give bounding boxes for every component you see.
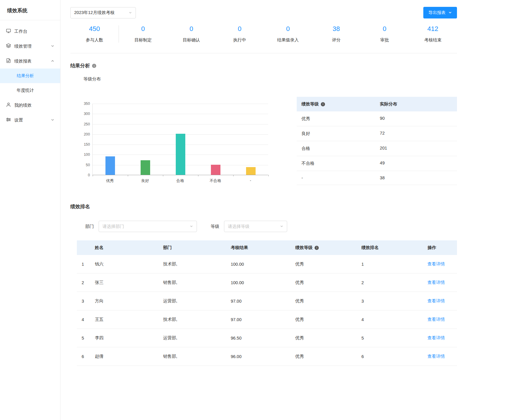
employee-name: 钱六 (95, 255, 163, 273)
department-filter-label: 部门 (85, 224, 94, 229)
sidebar-item-workbench[interactable]: 工作台 (0, 24, 60, 39)
assessment-score: 100.00 (231, 273, 295, 292)
ranking-row: 1 钱六 技术部, 100.00 优秀 1 查看详情 (77, 255, 457, 273)
y-tick-label: 0 (78, 173, 90, 177)
y-tick-label: 50 (78, 163, 90, 167)
header-score: 考核结果 (231, 240, 295, 255)
export-report-button[interactable]: 导出报表 (423, 7, 457, 18)
chart-bar-1 (105, 156, 115, 175)
app-title: 绩效系统 (0, 0, 60, 20)
performance-grade: 优秀 (295, 347, 361, 366)
employee-name: 张三 (95, 273, 163, 292)
stat-value: 38 (312, 25, 360, 33)
department-filter-select[interactable]: 请选择部门 (99, 221, 197, 232)
grade-distribution-chart: 050100150200250300350优秀良好合格不合格- (78, 101, 276, 185)
view-details-link[interactable]: 查看详情 (427, 262, 445, 266)
sidebar-item-settings[interactable]: 设置 (0, 113, 60, 127)
grade-label: 不合格 (301, 161, 380, 166)
distribution-row: - 38 (297, 171, 457, 185)
ranking-row: 4 王五 技术部, 97.00 优秀 4 查看详情 (77, 310, 457, 329)
chart-bar-5 (246, 167, 256, 175)
info-icon[interactable]: i (321, 102, 325, 106)
chevron-down-icon (190, 224, 193, 229)
grade-label: 优秀 (301, 116, 380, 122)
gridline (93, 124, 268, 125)
sidebar-item-my-performance[interactable]: 我的绩效 (0, 98, 60, 113)
chevron-down-icon (448, 10, 452, 15)
distribution-row: 优秀 90 (297, 111, 457, 126)
sidebar-subitem-annual-statistics[interactable]: 年度统计 (0, 83, 60, 98)
stat-value: 450 (70, 25, 119, 33)
topbar: 2023年12月绩效考核 导出报表 (70, 0, 457, 18)
performance-rank: 4 (361, 310, 427, 329)
row-index: 6 (77, 347, 95, 366)
ranking-row: 5 李四 运营部, 96.50 优秀 5 查看详情 (77, 329, 457, 347)
ranking-table: 姓名 部门 考核结果 绩效等级 i 绩效排名 操作 1 (77, 240, 457, 366)
assessment-score: 97.00 (231, 292, 295, 310)
performance-grade: 优秀 (295, 329, 361, 347)
chevron-down-icon (280, 224, 283, 229)
employee-department: 运营部, (163, 292, 231, 310)
chevron-down-icon (129, 10, 132, 15)
ranking-table-body: 1 钱六 技术部, 100.00 优秀 1 查看详情 2 张三 销售部, 100… (77, 255, 457, 366)
assessment-score: 96.00 (231, 347, 295, 366)
y-tick-label: 150 (78, 142, 90, 147)
chevron-up-icon (51, 59, 54, 63)
assessment-score: 97.00 (231, 310, 295, 329)
y-tick-label: 250 (78, 122, 90, 126)
view-details-link[interactable]: 查看详情 (427, 317, 445, 322)
stat-value: 0 (215, 25, 264, 33)
info-icon[interactable]: i (315, 246, 319, 250)
chart-bar-3 (176, 134, 185, 175)
sidebar: 绩效系统 工作台 绩效管理 绩效报 (0, 0, 60, 420)
stat-label: 目标确认 (167, 37, 215, 43)
view-details-link[interactable]: 查看详情 (427, 335, 445, 340)
distribution-table: 绩效等级 i 实际分布 优秀 90 良好 72 合格 201 不合格 49 - … (297, 97, 457, 185)
x-tick-mark (93, 175, 93, 176)
header-department: 部门 (163, 240, 231, 255)
header-name: 姓名 (95, 240, 163, 255)
sidebar-item-performance-reports[interactable]: 绩效报表 (0, 54, 60, 69)
view-details-link[interactable]: 查看详情 (427, 298, 445, 303)
row-index: 4 (77, 310, 95, 329)
grade-label: 良好 (301, 131, 380, 136)
user-icon (6, 102, 11, 108)
grade-count: 72 (380, 131, 385, 136)
row-index: 3 (77, 292, 95, 310)
stat-item: 0 审批 (360, 25, 409, 43)
stat-value: 0 (167, 25, 215, 33)
bar-chart-plot (92, 104, 268, 175)
stat-item: 0 目标制定 (119, 25, 167, 43)
department-filter-placeholder: 请选择部门 (102, 224, 124, 229)
performance-grade: 优秀 (295, 255, 361, 273)
employee-department: 技术部, (163, 255, 231, 273)
employee-name: 方向 (95, 292, 163, 310)
export-report-label: 导出报表 (428, 10, 446, 15)
distribution-row: 不合格 49 (297, 156, 457, 171)
sliders-icon (6, 117, 11, 123)
stat-label: 评分 (312, 37, 360, 43)
distribution-table-body: 优秀 90 良好 72 合格 201 不合格 49 - 38 (297, 111, 457, 185)
sidebar-item-performance-management[interactable]: 绩效管理 (0, 39, 60, 54)
info-icon[interactable]: i (92, 64, 96, 68)
performance-rank: 6 (361, 347, 427, 366)
stat-item: 0 执行中 (215, 25, 264, 43)
x-tick-mark (128, 175, 128, 176)
view-details-link[interactable]: 查看详情 (427, 354, 445, 359)
employee-department: 销售部, (163, 347, 231, 366)
header-index (77, 240, 95, 255)
chart-bar-4 (211, 165, 220, 175)
sidebar-subitem-result-analysis[interactable]: 结果分析 (0, 69, 60, 83)
ranking-row: 6 赵倩 销售部, 96.00 优秀 6 查看详情 (77, 347, 457, 366)
assessment-period-select[interactable]: 2023年12月绩效考核 (70, 7, 136, 18)
x-tick-label: 良好 (127, 178, 163, 183)
x-tick-mark (198, 175, 198, 176)
header-text: 绩效等级 (301, 101, 319, 107)
grade-filter-select[interactable]: 请选择等级 (224, 221, 287, 232)
grade-count: 49 (380, 161, 385, 166)
performance-rank: 1 (361, 255, 427, 273)
sidebar-subitem-label: 年度统计 (17, 88, 34, 93)
stat-label: 执行中 (215, 37, 264, 43)
view-details-link[interactable]: 查看详情 (427, 280, 445, 285)
header-rank: 绩效排名 (361, 240, 427, 255)
